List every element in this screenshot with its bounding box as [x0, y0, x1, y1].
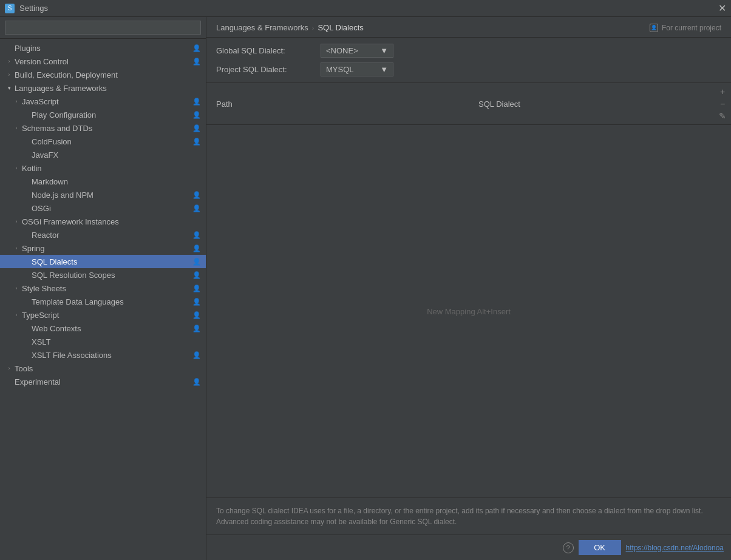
label-xslt-file-associations: XSLT File Associations — [32, 351, 192, 360]
table-actions: + − ✎ — [714, 83, 729, 124]
label-template-data-languages: Template Data Languages — [32, 297, 192, 306]
table-area: Path SQL Dialect + − ✎ New Mapping Alt+I… — [206, 83, 731, 498]
icon-schemas-dtds: 👤 — [192, 124, 201, 132]
sidebar-item-style-sheets[interactable]: ›Style Sheets👤 — [0, 282, 206, 295]
sidebar-item-kotlin[interactable]: ›Kotlin — [0, 161, 206, 175]
sidebar-item-osgi-framework-instances[interactable]: ›OSGi Framework Instances — [0, 215, 206, 228]
project-dialect-select[interactable]: MYSQL ▼ — [321, 62, 393, 76]
label-build-execution: Build, Execution, Deployment — [15, 70, 201, 79]
label-web-contexts: Web Contexts — [32, 324, 192, 333]
icon-style-sheets: 👤 — [192, 285, 201, 292]
sidebar-item-web-contexts[interactable]: ›Web Contexts👤 — [0, 322, 206, 335]
breadcrumb-parent: Languages & Frameworks — [216, 23, 308, 32]
label-plugins: Plugins — [15, 44, 192, 53]
arrow-javascript: › — [12, 97, 21, 106]
table-body: New Mapping Alt+Insert — [206, 125, 731, 498]
icon-coldfusion: 👤 — [192, 138, 201, 146]
sidebar-item-play-configuration[interactable]: ›Play Configuration👤 — [0, 108, 206, 121]
close-button[interactable]: ✕ — [718, 4, 726, 13]
for-project-label: For current project — [662, 24, 721, 32]
bottom-bar: ? OK https://blog.csdn.net/Alodonoa — [206, 535, 731, 560]
arrow-languages-frameworks: ▾ — [5, 84, 13, 92]
sidebar-item-spring[interactable]: ›Spring👤 — [0, 241, 206, 255]
icon-typescript: 👤 — [192, 311, 201, 319]
icon-spring: 👤 — [192, 245, 201, 252]
for-project: 👤 For current project — [650, 24, 721, 32]
sidebar-item-javascript[interactable]: ›JavaScript👤 — [0, 95, 206, 108]
search-input[interactable] — [5, 21, 201, 35]
icon-nodejs-npm: 👤 — [192, 191, 201, 199]
arrow-build-execution: › — [5, 70, 13, 79]
label-javascript: JavaScript — [22, 97, 192, 106]
sidebar-item-reactor[interactable]: ›Reactor👤 — [0, 228, 206, 241]
icon-sql-resolution-scopes: 👤 — [192, 271, 201, 279]
sidebar-item-plugins[interactable]: ›Plugins👤 — [0, 41, 206, 55]
icon-play-configuration: 👤 — [192, 111, 201, 119]
label-reactor: Reactor — [32, 231, 192, 240]
project-dialect-arrow: ▼ — [380, 65, 388, 74]
help-icon[interactable]: ? — [563, 542, 574, 553]
sidebar-item-sql-resolution-scopes[interactable]: ›SQL Resolution Scopes👤 — [0, 268, 206, 282]
icon-version-control: 👤 — [192, 58, 201, 66]
main-content: 🔍 ›Plugins👤›Version Control👤›Build, Exec… — [0, 17, 731, 560]
sidebar-item-xslt-file-associations[interactable]: ›XSLT File Associations👤 — [0, 348, 206, 362]
sidebar-item-version-control[interactable]: ›Version Control👤 — [0, 55, 206, 68]
sidebar-item-languages-frameworks[interactable]: ▾Languages & Frameworks — [0, 81, 206, 95]
icon-plugins: 👤 — [192, 44, 201, 52]
sidebar-item-markdown[interactable]: ›Markdown — [0, 175, 206, 188]
icon-xslt-file-associations: 👤 — [192, 351, 201, 359]
sidebar: 🔍 ›Plugins👤›Version Control👤›Build, Exec… — [0, 17, 206, 560]
sidebar-item-tools[interactable]: ›Tools — [0, 362, 206, 375]
label-play-configuration: Play Configuration — [32, 110, 192, 120]
arrow-osgi-framework-instances: › — [12, 217, 21, 226]
title-bar-left: S Settings — [5, 4, 48, 13]
icon-sql-dialects: 👤 — [192, 258, 201, 266]
label-experimental: Experimental — [15, 377, 192, 386]
label-sql-dialects: SQL Dialects — [32, 257, 192, 266]
sidebar-item-build-execution[interactable]: ›Build, Execution, Deployment — [0, 68, 206, 81]
sidebar-item-nodejs-npm[interactable]: ›Node.js and NPM👤 — [0, 188, 206, 201]
global-dialect-row: Global SQL Dialect: <NONE> ▼ — [216, 44, 721, 58]
global-dialect-value: <NONE> — [326, 46, 358, 55]
icon-web-contexts: 👤 — [192, 325, 201, 332]
icon-reactor: 👤 — [192, 231, 201, 239]
hint-bar: To change SQL dialect IDEA uses for a fi… — [206, 498, 731, 535]
project-dialect-row: Project SQL Dialect: MYSQL ▼ — [216, 62, 721, 76]
global-dialect-select[interactable]: <NONE> ▼ — [321, 44, 393, 58]
panel-controls: Global SQL Dialect: <NONE> ▼ Project SQL… — [206, 38, 731, 83]
sidebar-item-typescript[interactable]: ›TypeScript👤 — [0, 308, 206, 322]
title-bar: S Settings ✕ — [0, 0, 731, 17]
project-dialect-value: MYSQL — [326, 65, 354, 74]
label-kotlin: Kotlin — [22, 164, 201, 173]
label-sql-resolution-scopes: SQL Resolution Scopes — [32, 271, 192, 280]
sidebar-item-template-data-languages[interactable]: ›Template Data Languages👤 — [0, 295, 206, 308]
add-mapping-button[interactable]: + — [716, 86, 729, 98]
sidebar-item-experimental[interactable]: ›Experimental👤 — [0, 375, 206, 388]
sidebar-item-osgi[interactable]: ›OSGi👤 — [0, 201, 206, 215]
settings-window: S Settings ✕ 🔍 ›Plugins👤›Version Control… — [0, 0, 731, 560]
sidebar-item-sql-dialects[interactable]: ›SQL Dialects👤 — [0, 255, 206, 268]
sidebar-item-javafx[interactable]: ›JavaFX — [0, 148, 206, 161]
breadcrumb: Languages & Frameworks › SQL Dialects — [216, 23, 364, 32]
sidebar-item-schemas-dtds[interactable]: ›Schemas and DTDs👤 — [0, 121, 206, 135]
project-icon: 👤 — [650, 24, 658, 32]
edit-mapping-button[interactable]: ✎ — [716, 110, 729, 122]
ok-button[interactable]: OK — [579, 540, 621, 555]
remove-mapping-button[interactable]: − — [716, 98, 729, 110]
url-link[interactable]: https://blog.csdn.net/Alodonoa — [626, 544, 724, 552]
arrow-kotlin: › — [12, 164, 21, 172]
breadcrumb-separator: › — [312, 24, 314, 32]
sidebar-item-xslt[interactable]: ›XSLT — [0, 335, 206, 348]
sidebar-item-coldfusion[interactable]: ›ColdFusion👤 — [0, 135, 206, 148]
search-wrapper: 🔍 — [5, 21, 201, 35]
label-version-control: Version Control — [15, 57, 192, 66]
label-languages-frameworks: Languages & Frameworks — [15, 84, 201, 93]
label-osgi-framework-instances: OSGi Framework Instances — [22, 217, 201, 226]
label-style-sheets: Style Sheets — [22, 284, 192, 293]
panel-header: Languages & Frameworks › SQL Dialects 👤 … — [206, 17, 731, 38]
label-coldfusion: ColdFusion — [32, 137, 192, 146]
arrow-spring: › — [12, 244, 21, 252]
icon-experimental: 👤 — [192, 378, 201, 386]
label-schemas-dtds: Schemas and DTDs — [22, 124, 192, 133]
app-icon: S — [5, 4, 15, 13]
